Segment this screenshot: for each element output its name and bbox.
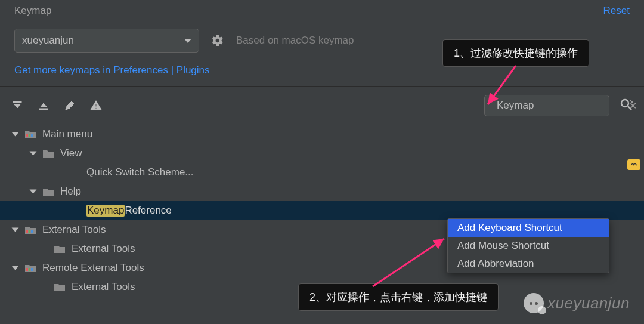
collapse-all-icon[interactable] — [37, 99, 50, 112]
search-highlight: Keymap — [86, 205, 125, 217]
edit-icon[interactable] — [63, 99, 76, 112]
tree-label: Quick Switch Scheme... — [86, 166, 194, 178]
svg-rect-2 — [39, 109, 48, 110]
svg-marker-3 — [41, 103, 47, 107]
svg-line-7 — [628, 106, 631, 110]
watermark-text: xueyuanjun — [547, 294, 630, 313]
folder-icon — [42, 149, 54, 158]
chevron-down-icon — [184, 39, 191, 43]
expand-all-icon[interactable] — [11, 99, 24, 112]
chevron-down-icon — [12, 132, 19, 137]
gear-icon[interactable] — [211, 34, 224, 47]
tree-label: External Tools — [42, 224, 106, 236]
tree-label: Remote External Tools — [42, 262, 144, 274]
module-folder-icon — [24, 129, 36, 139]
svg-rect-13 — [26, 230, 28, 233]
warning-icon[interactable] — [89, 99, 103, 112]
tree-label-tail: Reference — [125, 205, 171, 217]
folder-icon — [54, 282, 66, 292]
module-folder-icon — [24, 225, 36, 234]
find-action-by-shortcut-icon[interactable] — [619, 97, 633, 114]
chevron-down-icon — [12, 228, 19, 232]
tree-label: External Tools — [72, 281, 135, 293]
context-menu-item-add-mouse-shortcut[interactable]: Add Mouse Shortcut — [448, 237, 609, 255]
tree-label: View — [60, 147, 82, 159]
context-menu: Add Keyboard Shortcut Add Mouse Shortcut… — [447, 218, 609, 273]
page-title: Keymap — [14, 5, 51, 17]
svg-rect-10 — [26, 134, 28, 137]
svg-point-6 — [621, 100, 628, 107]
tree-node-main-menu[interactable]: Main menu — [0, 125, 644, 144]
tree-label: Help — [60, 186, 81, 198]
folder-icon — [42, 187, 54, 196]
svg-rect-15 — [31, 230, 33, 233]
svg-marker-1 — [14, 104, 20, 108]
annotation-1: 1、过滤修改快捷键的操作 — [442, 39, 589, 67]
context-menu-item-add-abbreviation[interactable]: Add Abbreviation — [448, 255, 609, 273]
based-on-label: Based on macOS keymap — [236, 35, 354, 47]
annotation-2: 2、对应操作，点击右键，添加快捷键 — [298, 283, 499, 311]
context-menu-item-add-keyboard-shortcut[interactable]: Add Keyboard Shortcut — [448, 219, 609, 237]
keymap-scheme-value: xueyuanjun — [22, 35, 74, 47]
tree-node-keymap-reference[interactable]: Keymap Reference — [0, 201, 644, 220]
svg-rect-18 — [31, 268, 33, 271]
search-box[interactable]: ✕ — [484, 95, 609, 116]
keymap-scheme-select[interactable]: xueyuanjun — [14, 29, 199, 53]
tree-node-view[interactable]: View — [0, 144, 644, 163]
chevron-down-icon — [12, 266, 19, 270]
module-folder-icon — [24, 263, 36, 273]
folder-icon — [54, 244, 66, 254]
svg-rect-12 — [31, 134, 33, 137]
tree-label: Main menu — [42, 128, 92, 140]
svg-rect-0 — [13, 101, 21, 103]
reset-link[interactable]: Reset — [603, 5, 630, 17]
tree-label: External Tools — [72, 243, 135, 255]
tree-node-help[interactable]: Help — [0, 182, 644, 201]
svg-rect-16 — [26, 268, 28, 271]
wechat-icon — [524, 293, 544, 313]
svg-rect-11 — [29, 134, 30, 137]
svg-point-8 — [630, 100, 631, 101]
svg-rect-14 — [29, 230, 30, 233]
search-input[interactable] — [497, 100, 623, 112]
tree-node-quick-switch[interactable]: Quick Switch Scheme... — [0, 163, 644, 182]
svg-rect-17 — [29, 268, 30, 271]
get-more-keymaps-link[interactable]: Get more keymaps in Preferences | Plugin… — [14, 64, 210, 76]
chevron-down-icon — [30, 152, 37, 156]
watermark: xueyuanjun — [524, 293, 630, 313]
scroll-occurrence-indicator[interactable] — [627, 159, 640, 170]
chevron-down-icon — [30, 190, 37, 194]
svg-point-9 — [631, 101, 633, 103]
